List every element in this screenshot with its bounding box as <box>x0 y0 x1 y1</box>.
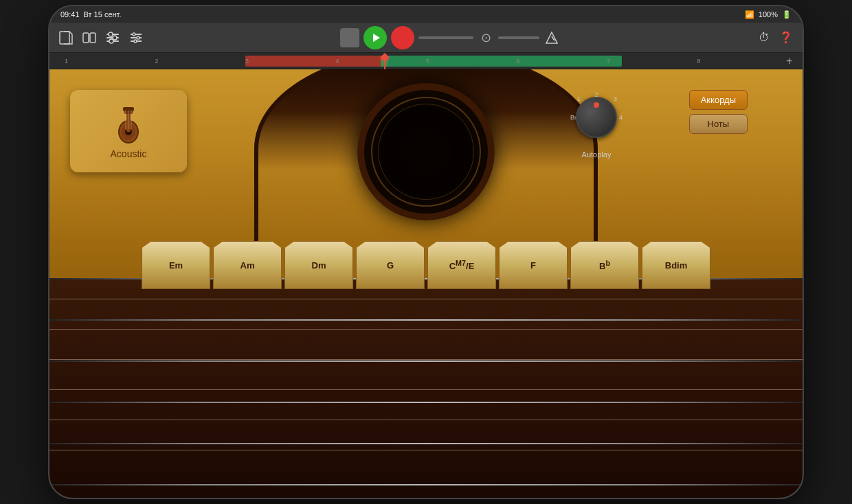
autoplay-panel: ВыКЛ. 1 2 3 4 Autoplay <box>569 90 624 159</box>
knob-label-4: 4 <box>619 114 623 121</box>
chord-btn-bdim[interactable]: Bdim <box>642 241 710 289</box>
ipad-screen: 09:41 Вт 15 сент. 📶 100% 🔋 <box>49 6 803 498</box>
string-2 <box>49 329 803 330</box>
chord-btn-am[interactable]: Am <box>213 241 282 289</box>
metronome-button[interactable] <box>543 31 560 45</box>
chord-label-am: Am <box>240 260 255 271</box>
tick-5: 5 <box>426 58 429 65</box>
svg-point-7 <box>113 36 117 40</box>
wifi-icon: 📶 <box>745 10 754 19</box>
add-section-button[interactable]: + <box>786 56 797 67</box>
chord-btn-g[interactable]: G <box>356 241 425 289</box>
loop-region <box>381 56 622 67</box>
chord-btn-f[interactable]: F <box>499 241 568 289</box>
recorded-region <box>245 56 388 67</box>
autoplay-label: Autoplay <box>582 150 612 159</box>
guitar-icon <box>108 103 149 144</box>
guitar-body <box>254 69 598 248</box>
knob-label-1: 1 <box>577 95 581 102</box>
help-button[interactable]: ❓ <box>778 31 794 45</box>
string-4 <box>49 389 803 390</box>
svg-point-6 <box>109 32 113 36</box>
svg-point-12 <box>133 33 135 36</box>
autoplay-knob-container: ВыКЛ. 1 2 3 4 <box>569 90 624 145</box>
settings-button[interactable] <box>128 31 144 45</box>
loop-button[interactable]: ⊙ <box>478 31 494 45</box>
record-button[interactable] <box>391 26 414 49</box>
playhead[interactable] <box>381 53 389 69</box>
stop-button[interactable] <box>340 28 359 47</box>
string-1 <box>49 299 803 299</box>
chord-label-cme: CM7/E <box>449 259 475 271</box>
fret-1 <box>49 319 803 321</box>
fret-5 <box>49 484 803 485</box>
chord-label-dm: Dm <box>312 260 326 271</box>
string-5 <box>49 420 803 420</box>
status-bar: 09:41 Вт 15 сент. 📶 100% 🔋 <box>49 6 803 23</box>
tempo-slider[interactable] <box>418 36 473 39</box>
string-6 <box>49 450 803 450</box>
svg-point-8 <box>109 39 113 43</box>
date-display: Вт 15 сент. <box>84 10 122 19</box>
timeline-bar: 1 2 3 4 5 6 7 8 + <box>49 53 803 69</box>
svg-point-14 <box>134 40 137 43</box>
toolbar: ⊙ ⏱ ❓ <box>49 23 803 53</box>
chord-label-em: Em <box>169 260 183 271</box>
chord-btn-dm[interactable]: Dm <box>284 241 353 289</box>
chord-buttons-row: Em Am Dm G CM7/E F Bb <box>49 241 803 289</box>
ipad-frame: 09:41 Вт 15 сент. 📶 100% 🔋 <box>48 5 804 499</box>
chords-mode-button[interactable]: Аккорды <box>689 90 748 110</box>
string-3 <box>49 359 803 360</box>
fret-4 <box>49 443 803 444</box>
tick-1: 1 <box>65 58 68 65</box>
tick-6: 6 <box>517 58 520 65</box>
status-right: 📶 100% 🔋 <box>745 10 792 19</box>
battery-icon: 🔋 <box>782 10 792 19</box>
playhead-marker <box>380 53 390 62</box>
new-song-button[interactable] <box>58 31 74 45</box>
tempo-control[interactable] <box>498 36 539 39</box>
svg-rect-2 <box>90 33 96 43</box>
fretboard <box>49 278 803 498</box>
fret-2 <box>49 360 803 362</box>
mixer-button[interactable] <box>104 31 121 45</box>
instrument-name: Acoustic <box>111 148 147 159</box>
chord-label-bdim: Bdim <box>665 260 688 271</box>
soundhole <box>357 83 495 220</box>
knob-indicator <box>594 102 599 108</box>
tick-4: 4 <box>335 58 339 65</box>
play-button[interactable] <box>363 26 387 49</box>
tracks-button[interactable] <box>81 31 98 45</box>
main-content: Acoustic ВыКЛ. 1 2 3 4 Autoplay <box>49 69 803 498</box>
clock-button[interactable]: ⏱ <box>756 31 772 45</box>
time-display: 09:41 <box>60 10 80 19</box>
svg-rect-0 <box>60 32 69 44</box>
svg-point-13 <box>137 36 139 39</box>
notes-mode-button[interactable]: Ноты <box>689 114 748 134</box>
tick-2: 2 <box>155 58 158 65</box>
instrument-card[interactable]: Acoustic <box>70 90 187 172</box>
chord-label-g: G <box>387 260 394 271</box>
tick-7: 7 <box>607 58 610 65</box>
tick-8: 8 <box>697 58 701 65</box>
battery-display: 100% <box>759 10 778 19</box>
svg-rect-1 <box>83 33 89 43</box>
mode-buttons: Аккорды Ноты <box>689 90 748 134</box>
status-left: 09:41 Вт 15 сент. <box>60 10 121 19</box>
chord-label-f: F <box>530 260 536 271</box>
chord-btn-bb[interactable]: Bb <box>570 241 639 289</box>
toolbar-left <box>58 31 144 45</box>
fret-3 <box>49 402 803 403</box>
autoplay-knob[interactable] <box>576 97 617 138</box>
tick-3: 3 <box>245 58 249 65</box>
knob-label-3: 3 <box>614 95 617 102</box>
rosette-ring-2 <box>378 104 474 200</box>
toolbar-right: ⏱ ❓ <box>756 31 794 45</box>
svg-marker-15 <box>546 32 557 43</box>
toolbar-center: ⊙ <box>150 26 750 49</box>
chord-btn-em[interactable]: Em <box>142 241 210 289</box>
chord-label-bb: Bb <box>599 259 610 271</box>
chord-btn-cme[interactable]: CM7/E <box>427 241 496 289</box>
